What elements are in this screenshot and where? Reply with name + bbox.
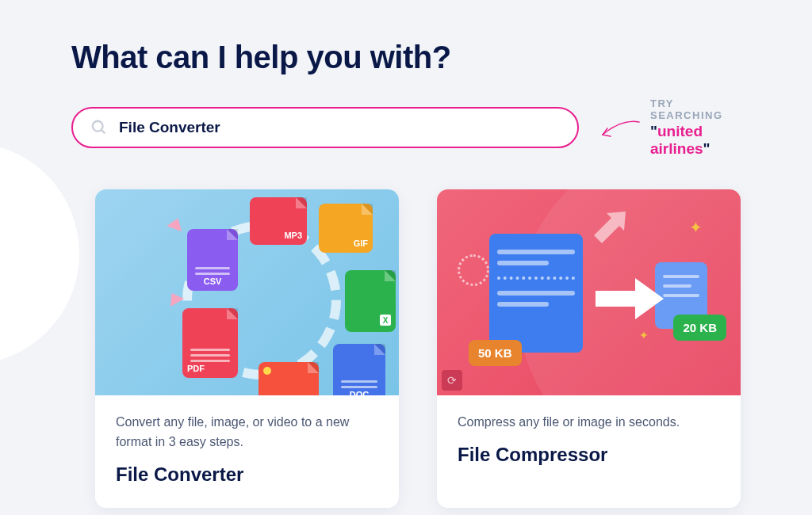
search-icon <box>90 119 108 136</box>
search-row: TRY SEARCHING "united airlines" <box>71 97 741 158</box>
search-hint: TRY SEARCHING "united airlines" <box>598 97 741 158</box>
sparkle-icon: ✦ <box>689 218 703 237</box>
sparkle-icon: ✦ <box>639 329 649 341</box>
search-box[interactable] <box>71 107 579 148</box>
size-badge-small: 20 KB <box>673 315 726 341</box>
size-badge-large: 50 KB <box>469 340 522 366</box>
hint-arrow-icon <box>598 117 641 144</box>
arrow-right-icon <box>596 277 667 324</box>
jpg-icon: JPG <box>259 362 319 395</box>
file-converter-illustration: CSV MP3 GIF X PDF JPG <box>95 189 399 395</box>
mp3-icon: MP3 <box>250 197 307 245</box>
refresh-icon: ⟳ <box>442 370 462 391</box>
hint-label: TRY SEARCHING <box>650 97 741 121</box>
svg-line-1 <box>102 130 105 134</box>
cards-row: CSV MP3 GIF X PDF JPG <box>71 189 741 508</box>
document-large-icon <box>489 234 583 353</box>
card-body: Compress any file or image in seconds. F… <box>437 395 741 488</box>
card-file-compressor[interactable]: ✦ ✦ <box>437 189 741 508</box>
hint-example: "united airlines" <box>650 123 741 158</box>
doc-icon: DOC <box>333 344 385 395</box>
card-body: Convert any file, image, or video to a n… <box>95 395 399 508</box>
card-title: File Compressor <box>458 444 720 466</box>
file-compressor-illustration: ✦ ✦ <box>437 189 741 395</box>
search-input[interactable] <box>119 119 560 136</box>
card-description: Compress any file or image in seconds. <box>458 413 720 433</box>
svg-point-0 <box>93 121 103 132</box>
page-title: What can I help you with? <box>71 40 741 75</box>
pdf-icon: PDF <box>182 308 238 378</box>
card-description: Convert any file, image, or video to a n… <box>116 413 378 452</box>
xls-icon: X <box>345 270 396 332</box>
compress-arrow-icon <box>586 204 637 254</box>
csv-icon: CSV <box>187 229 238 291</box>
hint-highlight: united airlines <box>650 123 703 157</box>
card-title: File Converter <box>116 464 378 486</box>
card-file-converter[interactable]: CSV MP3 GIF X PDF JPG <box>95 189 399 508</box>
gif-icon: GIF <box>319 204 373 253</box>
